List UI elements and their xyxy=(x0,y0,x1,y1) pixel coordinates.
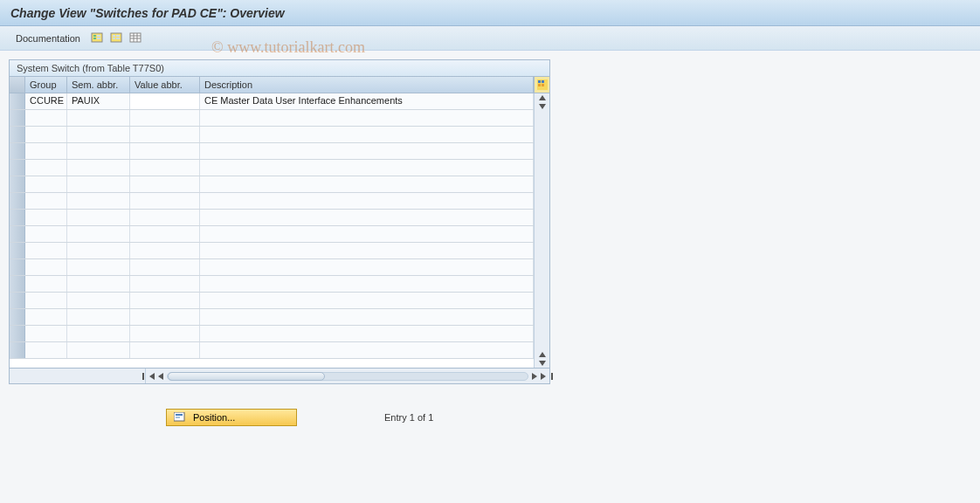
row-selector[interactable] xyxy=(10,193,25,209)
cell-sem xyxy=(67,127,130,142)
row-selector[interactable] xyxy=(10,326,25,341)
horizontal-scrollbar[interactable] xyxy=(146,372,549,381)
column-header-desc[interactable]: Description xyxy=(200,77,534,93)
row-selector-header[interactable] xyxy=(10,77,25,93)
svg-rect-9 xyxy=(116,38,120,39)
table-row[interactable] xyxy=(10,342,534,359)
cell-group xyxy=(25,259,67,275)
table-row[interactable]: CCUREPAUIXCE Master Data User Interface … xyxy=(10,93,534,110)
table-panel: System Switch (from Table T77S0) Group S… xyxy=(9,59,550,384)
table-row[interactable] xyxy=(10,143,534,160)
row-selector[interactable] xyxy=(10,293,25,308)
cell-desc xyxy=(200,160,534,176)
documentation-label: Documentation xyxy=(16,33,80,44)
svg-rect-6 xyxy=(113,35,115,37)
column-header-val[interactable]: Value abbr. xyxy=(130,77,200,93)
table-row[interactable] xyxy=(10,210,534,226)
cell-desc xyxy=(200,193,534,209)
cell-value[interactable] xyxy=(130,193,200,209)
vertical-scrollbar[interactable] xyxy=(534,93,549,368)
cell-value[interactable] xyxy=(130,143,200,159)
row-selector[interactable] xyxy=(10,160,25,176)
cell-value[interactable] xyxy=(130,127,200,142)
table-row[interactable] xyxy=(10,326,534,342)
svg-rect-7 xyxy=(113,38,115,39)
select-all-icon[interactable] xyxy=(91,32,105,45)
cell-desc xyxy=(200,259,534,275)
scroll-left-icon[interactable] xyxy=(158,373,163,380)
cell-value[interactable] xyxy=(130,326,200,341)
cell-group xyxy=(25,193,67,209)
cell-value[interactable] xyxy=(130,110,200,126)
table-row[interactable] xyxy=(10,110,534,127)
column-header-group[interactable]: Group xyxy=(25,77,67,93)
row-selector[interactable] xyxy=(10,276,25,292)
column-header-sem[interactable]: Sem. abbr. xyxy=(67,77,130,93)
deselect-all-icon[interactable] xyxy=(110,32,124,45)
table-body: CCUREPAUIXCE Master Data User Interface … xyxy=(10,93,549,368)
row-selector[interactable] xyxy=(10,342,25,358)
cell-group xyxy=(25,326,67,341)
documentation-button[interactable]: Documentation xyxy=(10,31,86,45)
cell-desc xyxy=(200,243,534,258)
scroll-last-icon[interactable] xyxy=(541,373,546,380)
row-selector[interactable] xyxy=(10,226,25,242)
row-selector[interactable] xyxy=(10,309,25,325)
row-selector[interactable] xyxy=(10,176,25,192)
table-row[interactable] xyxy=(10,176,534,193)
table-row[interactable] xyxy=(10,259,534,276)
cell-value[interactable] xyxy=(130,210,200,225)
table-row[interactable] xyxy=(10,193,534,210)
cell-value[interactable] xyxy=(130,293,200,308)
cell-group xyxy=(25,210,67,225)
row-selector[interactable] xyxy=(10,110,25,126)
scroll-right-icon[interactable] xyxy=(532,373,537,380)
hscroll-thumb[interactable] xyxy=(168,372,325,381)
scroll-first-icon[interactable] xyxy=(149,373,155,380)
cell-value[interactable] xyxy=(130,276,200,292)
cell-sem: PAUIX xyxy=(67,93,130,109)
row-selector[interactable] xyxy=(10,93,25,109)
row-selector[interactable] xyxy=(10,210,25,225)
table-row[interactable] xyxy=(10,243,534,259)
cell-value[interactable] xyxy=(130,226,200,242)
table-row[interactable] xyxy=(10,309,534,326)
table-title: System Switch (from Table T77S0) xyxy=(10,60,549,77)
scroll-down-icon[interactable] xyxy=(539,104,546,109)
scroll-up-icon[interactable] xyxy=(539,95,546,100)
entry-count-text: Entry 1 of 1 xyxy=(384,412,433,423)
table-row[interactable] xyxy=(10,293,534,309)
cell-group xyxy=(25,143,67,159)
cell-value[interactable] xyxy=(130,309,200,325)
svg-rect-19 xyxy=(542,84,544,86)
svg-rect-1 xyxy=(93,35,96,37)
cell-value[interactable] xyxy=(130,243,200,258)
cell-group xyxy=(25,342,67,358)
cell-value[interactable] xyxy=(130,259,200,275)
table-row[interactable] xyxy=(10,226,534,243)
hscroll-track[interactable] xyxy=(167,372,528,381)
cell-value[interactable] xyxy=(130,160,200,176)
scroll-page-down-icon[interactable] xyxy=(539,361,546,366)
row-selector[interactable] xyxy=(10,143,25,159)
cell-group xyxy=(25,160,67,176)
cell-value[interactable] xyxy=(130,93,200,109)
cell-value[interactable] xyxy=(130,176,200,192)
position-button[interactable]: Position... xyxy=(166,409,297,426)
table-config-button[interactable] xyxy=(534,77,549,93)
svg-rect-10 xyxy=(130,33,141,42)
row-selector[interactable] xyxy=(10,127,25,142)
row-selector[interactable] xyxy=(10,243,25,258)
table-settings-icon[interactable] xyxy=(129,32,143,45)
position-icon xyxy=(174,412,186,423)
cell-sem xyxy=(67,243,130,258)
table-row[interactable] xyxy=(10,276,534,293)
table-row[interactable] xyxy=(10,160,534,176)
table-rows-container: CCUREPAUIXCE Master Data User Interface … xyxy=(10,93,534,368)
table-row[interactable] xyxy=(10,127,534,143)
cell-value[interactable] xyxy=(130,342,200,358)
row-selector[interactable] xyxy=(10,259,25,275)
cell-desc xyxy=(200,110,534,126)
scroll-page-up-icon[interactable] xyxy=(539,352,546,357)
table-header-row: Group Sem. abbr. Value abbr. Description xyxy=(10,77,549,93)
